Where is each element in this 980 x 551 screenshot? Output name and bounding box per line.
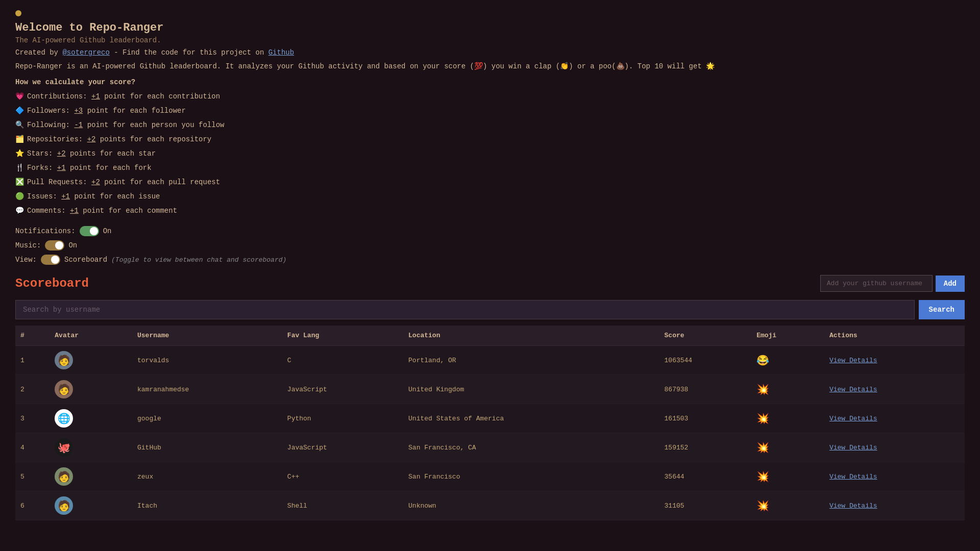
creator-link[interactable]: @sotergreco [62, 48, 109, 57]
cell-actions: View Details [824, 433, 965, 462]
cell-avatar: 🧑 [50, 491, 132, 520]
pull-requests-icon: ❎ [15, 175, 24, 189]
avatar: 🐙 [55, 438, 73, 457]
cell-username: torvalds [132, 346, 282, 375]
scoreboard-section: Scoreboard Add Search # Avatar Username … [15, 275, 965, 520]
search-row: Search [15, 300, 965, 319]
cell-actions: View Details [824, 346, 965, 375]
scoring-item-contributions: 💗 Contributions: +1 point for each contr… [15, 89, 965, 104]
cell-avatar: 🐙 [50, 433, 132, 462]
cell-score: 159152 [659, 433, 752, 462]
scoring-item-followers: 🔷 Followers: +3 point for each follower [15, 104, 965, 118]
music-knob [55, 241, 63, 249]
cell-fav-lang: JavaScript [282, 433, 403, 462]
cell-rank: 2 [15, 375, 50, 404]
cell-username: zeux [132, 462, 282, 491]
music-label: Music: [15, 241, 41, 249]
scoring-title: How we calculate your score? [15, 78, 965, 86]
col-rank: # [15, 325, 50, 346]
cell-actions: View Details [824, 462, 965, 491]
col-username: Username [132, 325, 282, 346]
cell-avatar: 🧑 [50, 375, 132, 404]
table-row: 6🧑ItachShellUnknown31105💥View Details [15, 491, 965, 520]
music-toggle[interactable] [45, 240, 64, 251]
cell-score: 35644 [659, 462, 752, 491]
followers-icon: 🔷 [15, 104, 24, 118]
avatar: 🧑 [55, 467, 73, 486]
add-section: Add [820, 275, 965, 292]
col-avatar: Avatar [50, 325, 132, 346]
scoring-item-pull-requests: ❎ Pull Requests: +2 point for each pull … [15, 175, 965, 189]
view-details-link[interactable]: View Details [829, 502, 877, 510]
cell-emoji: 💥 [751, 404, 824, 433]
stars-icon: ⭐ [15, 146, 24, 161]
subtitle: The AI-powered Github leaderboard. [15, 36, 965, 44]
scoring-item-comments: 💬 Comments: +1 point for each comment [15, 204, 965, 218]
col-emoji: Emoji [751, 325, 824, 346]
view-details-link[interactable]: View Details [829, 386, 877, 393]
notifications-state: On [103, 227, 112, 235]
created-by-line: Created by @sotergreco - Find the code f… [15, 48, 965, 57]
notifications-toggle[interactable] [80, 226, 99, 236]
page-title: Welcome to Repo-Ranger [15, 21, 965, 34]
cell-username: GitHub [132, 433, 282, 462]
search-button[interactable]: Search [919, 300, 965, 319]
cell-avatar: 🌐 [50, 404, 132, 433]
cell-location: San Francisco [403, 462, 659, 491]
cell-score: 31105 [659, 491, 752, 520]
cell-username: Itach [132, 491, 282, 520]
table-row: 4🐙GitHubJavaScriptSan Francisco, CA15915… [15, 433, 965, 462]
table-row: 2🧑kamranahmedseJavaScriptUnited Kingdom8… [15, 375, 965, 404]
header-dot [15, 10, 21, 16]
scoring-item-following: 🔍 Following: -1 point for each person yo… [15, 118, 965, 132]
cell-location: Unknown [403, 491, 659, 520]
created-by-prefix: Created by [15, 48, 62, 57]
cell-location: Portland, OR [403, 346, 659, 375]
view-details-link[interactable]: View Details [829, 357, 877, 364]
cell-location: San Francisco, CA [403, 433, 659, 462]
notifications-label: Notifications: [15, 227, 76, 235]
table-row: 3🌐googlePythonUnited States of America16… [15, 404, 965, 433]
cell-emoji: 💥 [751, 375, 824, 404]
github-username-input[interactable] [820, 275, 933, 292]
scoreboard-header: Scoreboard Add [15, 275, 965, 292]
music-row: Music: On [15, 240, 965, 251]
following-icon: 🔍 [15, 118, 24, 132]
col-fav-lang: Fav Lang [282, 325, 403, 346]
view-details-link[interactable]: View Details [829, 444, 877, 452]
col-location: Location [403, 325, 659, 346]
cell-rank: 1 [15, 346, 50, 375]
view-details-link[interactable]: View Details [829, 415, 877, 422]
scoring-item-stars: ⭐ Stars: +2 points for each star [15, 146, 965, 161]
scoring-item-repositories: 🗂️ Repositories: +2 points for each repo… [15, 132, 965, 146]
description-text: Repo-Ranger is an AI-powered Github lead… [15, 61, 965, 72]
contributions-icon: 💗 [15, 89, 24, 104]
view-label: View: [15, 256, 37, 264]
cell-score: 867938 [659, 375, 752, 404]
notifications-knob [90, 227, 98, 235]
cell-actions: View Details [824, 491, 965, 520]
cell-rank: 4 [15, 433, 50, 462]
cell-emoji: 💥 [751, 433, 824, 462]
cell-fav-lang: JavaScript [282, 375, 403, 404]
cell-actions: View Details [824, 404, 965, 433]
avatar: 🌐 [55, 409, 73, 428]
view-knob [51, 256, 59, 264]
view-toggle[interactable] [41, 255, 60, 265]
cell-actions: View Details [824, 375, 965, 404]
cell-fav-lang: C++ [282, 462, 403, 491]
cell-rank: 6 [15, 491, 50, 520]
cell-emoji: 😂 [751, 346, 824, 375]
cell-location: United States of America [403, 404, 659, 433]
avatar: 🧑 [55, 496, 73, 515]
avatar: 🧑 [55, 380, 73, 398]
github-link[interactable]: Github [268, 48, 294, 57]
table-row: 5🧑zeuxC++San Francisco35644💥View Details [15, 462, 965, 491]
cell-avatar: 🧑 [50, 346, 132, 375]
search-input[interactable] [15, 300, 915, 319]
cell-location: United Kingdom [403, 375, 659, 404]
music-state: On [68, 241, 77, 249]
view-details-link[interactable]: View Details [829, 473, 877, 481]
find-code-text: - Find the code for this project on [110, 48, 268, 57]
add-button[interactable]: Add [936, 276, 965, 292]
